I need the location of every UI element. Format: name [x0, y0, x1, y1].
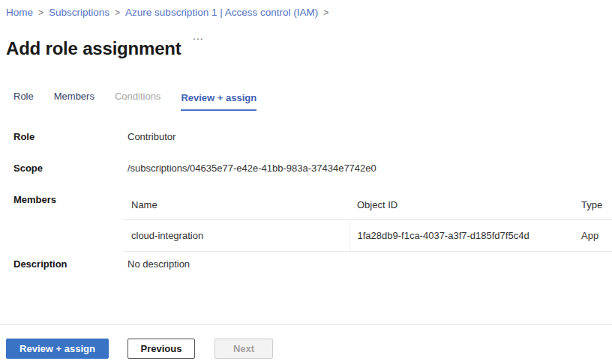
member-object-id-cell: 1fa28db9-f1ca-4037-a3f7-d185fd7f5c4d [350, 220, 574, 252]
chevron-right-icon: > [38, 7, 44, 18]
members-table-header-row: Name Object ID Type [124, 194, 612, 220]
footer-actions: Review + assign Previous Next [6, 339, 273, 359]
breadcrumb: Home>Subscriptions>Azure subscription 1 … [6, 7, 334, 18]
chevron-right-icon: > [115, 7, 120, 18]
more-options-icon[interactable]: ... [193, 31, 204, 41]
next-button: Next [214, 339, 273, 359]
tab-review-assign[interactable]: Review + assign [181, 92, 256, 111]
member-type-cell: App [574, 220, 612, 252]
footer-divider [0, 324, 612, 325]
members-table-row: cloud-integration 1fa28db9-f1ca-4037-a3f… [124, 220, 612, 252]
page-title: Add role assignment [6, 38, 182, 59]
members-table-header-object-id: Object ID [350, 194, 574, 220]
members-table-header-type: Type [574, 194, 612, 220]
breadcrumb-subscription-iam-link[interactable]: Azure subscription 1 | Access control (I… [125, 7, 318, 18]
role-label: Role [14, 131, 34, 142]
member-name-cell: cloud-integration [124, 220, 350, 252]
tab-role[interactable]: Role [14, 91, 34, 111]
description-value: No description [128, 258, 190, 270]
scope-label: Scope [14, 163, 43, 174]
role-value: Contributor [128, 131, 176, 142]
members-label: Members [14, 194, 56, 205]
members-table: Name Object ID Type cloud-integration 1f… [124, 194, 612, 252]
chevron-right-icon: > [323, 7, 328, 18]
wizard-tabs: Role Members Conditions Review + assign [14, 91, 256, 111]
members-table-header-name: Name [124, 194, 350, 220]
description-label: Description [14, 258, 68, 270]
tab-conditions: Conditions [115, 91, 160, 111]
tab-members[interactable]: Members [54, 91, 94, 111]
breadcrumb-subscriptions-link[interactable]: Subscriptions [49, 7, 110, 18]
previous-button[interactable]: Previous [128, 339, 195, 359]
breadcrumb-home-link[interactable]: Home [6, 7, 33, 18]
scope-value: /subscriptions/04635e77-e42e-41bb-983a-3… [128, 163, 376, 174]
review-assign-button[interactable]: Review + assign [6, 339, 109, 359]
